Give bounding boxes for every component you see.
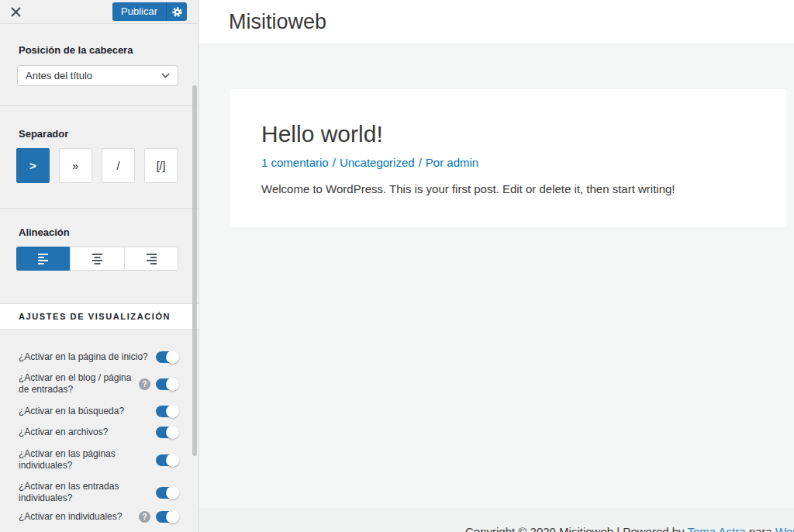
toggle-label: ¿Activar en las entradas individuales? xyxy=(19,481,156,504)
chevron-down-icon xyxy=(161,73,170,78)
toggle-row: ¿Activar en las entradas individuales? xyxy=(19,479,178,506)
help-icon[interactable]: ? xyxy=(139,511,150,523)
separator-option-double-chevron[interactable]: » xyxy=(59,148,92,183)
align-center-button[interactable] xyxy=(70,247,124,270)
toggle-label: ¿Activar en archivos? xyxy=(19,427,156,438)
toggle-switch-posts[interactable] xyxy=(156,487,178,499)
header-position-select[interactable]: Antes del título xyxy=(17,65,178,86)
post-card: Hello world! 1 comentario/Uncategorized/… xyxy=(230,89,786,227)
toggle-switch-singles[interactable] xyxy=(156,511,178,523)
site-preview: Misitioweb Hello world! 1 comentario/Unc… xyxy=(199,0,794,532)
theme-link[interactable]: Tema Astra xyxy=(687,525,745,532)
section-divider xyxy=(0,208,198,209)
section-divider xyxy=(0,105,198,106)
publish-button[interactable]: Publicar xyxy=(112,2,166,21)
toggle-label: ¿Activar en las páginas individuales? xyxy=(19,448,156,472)
post-excerpt: Welcome to WordPress. This is your first… xyxy=(261,182,675,195)
meta-separator: / xyxy=(333,156,336,169)
toggle-label: ¿Activar en la búsqueda? xyxy=(19,406,156,417)
separator-option-chevron[interactable]: > xyxy=(16,148,50,183)
site-header: Misitioweb xyxy=(199,0,794,44)
align-center-icon xyxy=(91,254,103,264)
sidebar-scrollbar[interactable] xyxy=(192,85,197,456)
header-position-label: Posición de la cabecera xyxy=(19,44,133,56)
separator-option-bracket-slash[interactable]: [/] xyxy=(144,148,178,183)
toggle-row: ¿Activar en las páginas individuales? xyxy=(19,447,178,473)
toggle-row: ¿Activar en individuales? ? xyxy=(19,509,178,524)
align-left-button[interactable] xyxy=(16,247,71,271)
toggle-row: ¿Activar en la búsqueda? xyxy=(19,403,178,419)
site-title-link[interactable]: Misitioweb xyxy=(229,0,326,43)
post-title-link[interactable]: Hello world! xyxy=(261,121,383,147)
close-icon xyxy=(11,7,21,17)
alignment-label: Alineación xyxy=(19,226,70,238)
toggle-switch-pages[interactable] xyxy=(156,454,178,466)
toggle-switch-home[interactable] xyxy=(156,351,178,363)
toggle-label: ¿Activar en el blog / página de entradas… xyxy=(19,372,139,396)
align-right-icon xyxy=(145,254,157,264)
copyright-middle-text: para xyxy=(746,525,775,532)
display-settings-section: AJUSTES DE VISUALIZACIÓN xyxy=(0,303,198,330)
toggle-label: ¿Activar en la página de inicio? xyxy=(19,351,156,363)
customizer-header: Publicar xyxy=(0,0,198,24)
gear-icon xyxy=(171,6,183,18)
align-left-icon xyxy=(38,254,50,264)
separator-options: > » / [/] xyxy=(16,148,178,183)
help-icon[interactable]: ? xyxy=(139,378,150,390)
toggle-label: ¿Activar en individuales? xyxy=(19,511,139,523)
publish-settings-button[interactable] xyxy=(166,2,187,21)
display-settings-heading: AJUSTES DE VISUALIZACIÓN xyxy=(0,312,171,321)
toggle-switch-search[interactable] xyxy=(156,406,178,417)
close-button[interactable] xyxy=(0,0,31,23)
align-right-button[interactable] xyxy=(124,247,178,270)
author-link[interactable]: Por admin xyxy=(426,156,478,169)
platform-link[interactable]: WordPress xyxy=(775,525,794,532)
copyright-text: Copyright © 2020 Misitioweb | Powered by xyxy=(465,525,687,532)
toggle-switch-blog[interactable] xyxy=(156,378,178,390)
alignment-options xyxy=(16,247,178,271)
publish-button-group: Publicar xyxy=(112,2,187,21)
separator-option-slash[interactable]: / xyxy=(102,148,135,183)
comments-link[interactable]: 1 comentario xyxy=(261,156,329,169)
toggle-switch-archives[interactable] xyxy=(156,427,178,438)
meta-separator: / xyxy=(419,156,422,169)
customizer-sidebar: Publicar Posición de la cabecera Antes d… xyxy=(0,0,199,532)
footer-copyright: Copyright © 2020 Misitioweb | Powered by… xyxy=(465,525,794,532)
separator-label: Separador xyxy=(19,128,68,140)
toggle-row: ¿Activar en el blog / página de entradas… xyxy=(19,371,178,397)
header-position-value: Antes del título xyxy=(18,70,161,81)
post-meta: 1 comentario/Uncategorized/Por admin xyxy=(261,156,478,169)
toggle-row: ¿Activar en archivos? xyxy=(19,424,178,440)
toggle-row: ¿Activar en la página de inicio? xyxy=(19,349,178,364)
category-link[interactable]: Uncategorized xyxy=(340,156,415,169)
